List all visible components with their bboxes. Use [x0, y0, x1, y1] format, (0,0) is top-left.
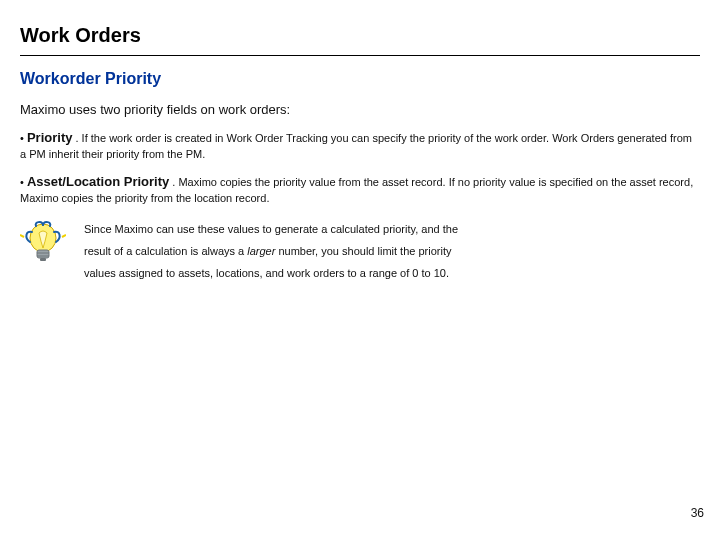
page-title: Work Orders [20, 24, 700, 47]
bullet-asset-location: • Asset/Location Priority . Maximo copie… [20, 173, 700, 205]
section-title: Workorder Priority [20, 70, 700, 88]
svg-rect-4 [40, 258, 46, 261]
lead-text: Maximo uses two priority fields on work … [20, 102, 700, 117]
tip-line2b: number, you should limit the priority [275, 245, 451, 257]
tip-line3: values assigned to assets, locations, an… [84, 267, 449, 279]
svg-rect-1 [37, 250, 49, 258]
lightbulb-icon [20, 220, 66, 274]
tip-row: Since Maximo can use these values to gen… [20, 218, 700, 284]
title-divider [20, 55, 700, 56]
tip-line1: Since Maximo can use these values to gen… [84, 223, 458, 235]
svg-line-5 [20, 235, 24, 237]
tip-line2-italic: larger [247, 245, 275, 257]
svg-line-6 [62, 235, 66, 237]
page-number: 36 [691, 506, 704, 520]
bullet-priority: • Priority . If the work order is create… [20, 129, 700, 161]
tip-text: Since Maximo can use these values to gen… [84, 218, 458, 284]
bullet-asset-location-label: Asset/Location Priority [27, 174, 169, 189]
bullet-priority-label: Priority [27, 130, 73, 145]
tip-line2a: result of a calculation is always a [84, 245, 247, 257]
bullet-priority-text: . If the work order is created in Work O… [20, 132, 692, 160]
